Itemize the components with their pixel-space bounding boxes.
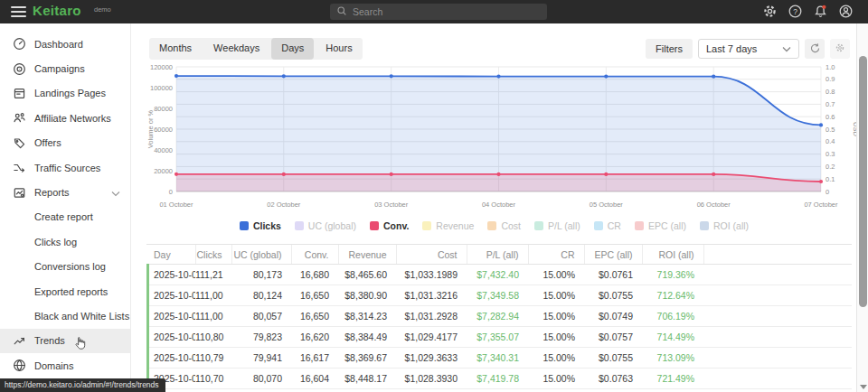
- legend-item-revenue[interactable]: Revenue: [422, 220, 474, 231]
- chart-settings-button[interactable]: [830, 39, 850, 59]
- sidebar-item-dashboard[interactable]: Dashboard: [0, 32, 130, 56]
- sidebar-item-black-and-white-lists[interactable]: Black and White Lists: [0, 303, 130, 328]
- table-cell: 79,823: [231, 327, 291, 348]
- sidebar-item-label: Exported reports: [34, 286, 108, 297]
- sidebar-item-traffic-sources[interactable]: Traffic Sources: [0, 155, 130, 180]
- legend-item-cr[interactable]: CR: [594, 220, 621, 231]
- table-cell: $1,031.3216: [396, 285, 467, 306]
- topbar: Keitaro demo ?: [0, 0, 868, 23]
- table-cell-spacer: [703, 369, 852, 389]
- account-icon[interactable]: [838, 4, 854, 19]
- table-cell: 15.00%: [528, 265, 584, 285]
- trends-table: DayClicksUC (global)Conv.RevenueCostP/L …: [146, 244, 852, 392]
- filters-button[interactable]: Filters: [646, 39, 693, 59]
- brand-logo: Keitaro: [33, 3, 81, 18]
- sidebar-item-clicks-log[interactable]: Clicks log: [0, 229, 130, 254]
- scrollbar-down-arrow-icon[interactable]: [860, 385, 867, 389]
- legend-item-epc-all[interactable]: EPC (all): [635, 220, 686, 231]
- table-cell-spacer: [703, 285, 852, 306]
- svg-text:100000: 100000: [150, 84, 173, 92]
- date-range-select[interactable]: Last 7 days: [698, 39, 799, 59]
- table-cell: 2025-10-03: [146, 306, 195, 327]
- column-header-clicks: Clicks: [195, 245, 231, 265]
- tab-days[interactable]: Days: [271, 38, 314, 60]
- vertical-scrollbar[interactable]: [856, 23, 868, 392]
- sidebar-item-label: Traffic Sources: [34, 163, 100, 173]
- table-row: 2025-10-02111,0080,12416,650$8,380.90$1,…: [146, 285, 852, 306]
- legend-swatch: [635, 221, 644, 230]
- refresh-icon: [809, 42, 821, 56]
- table-cell: 15.00%: [528, 285, 584, 306]
- table-cell: $7,432.40: [467, 265, 528, 285]
- sidebar-item-affiliate-networks[interactable]: Affiliate Networks: [0, 106, 130, 130]
- tag-icon: [12, 135, 26, 150]
- sidebar-item-offers[interactable]: Offers: [0, 131, 130, 155]
- sidebar-item-label: Affiliate Networks: [34, 113, 111, 124]
- sidebar-item-conversions-log[interactable]: Conversions log: [0, 255, 130, 279]
- reports-icon: [12, 185, 26, 200]
- sidebar-item-label: Create report: [34, 211, 93, 222]
- help-icon[interactable]: ?: [788, 4, 803, 19]
- legend-item-cost[interactable]: Cost: [487, 220, 521, 231]
- table-cell-spacer: [703, 389, 852, 392]
- table-cell: 16,650: [291, 306, 338, 327]
- sidebar-item-exported-reports[interactable]: Exported reports: [0, 279, 130, 303]
- svg-text:05 October: 05 October: [590, 201, 624, 209]
- main-content: MonthsWeekdaysDaysHours Filters Last 7 d…: [131, 23, 857, 392]
- legend-item-conv[interactable]: Conv.: [370, 220, 409, 231]
- table-cell: 16,620: [291, 327, 338, 348]
- svg-text:80000: 80000: [154, 105, 173, 113]
- svg-text:06 October: 06 October: [697, 201, 731, 209]
- target-icon: [12, 61, 26, 76]
- legend-label: UC (global): [308, 220, 356, 231]
- legend-swatch: [487, 221, 496, 230]
- table-cell: $3,889.69: [467, 389, 528, 392]
- date-range-value: Last 7 days: [706, 43, 757, 54]
- table-cell: 80,124: [231, 285, 291, 306]
- table-cell: $0.0755: [584, 285, 642, 306]
- scrollbar-thumb[interactable]: [859, 56, 867, 307]
- status-url-tooltip: https://demo.keitaro.io/admin/#!/trends/…: [0, 378, 165, 392]
- svg-text:0.4: 0.4: [826, 137, 835, 145]
- table-cell: $0.0761: [584, 265, 642, 285]
- table-cell: 714.49%: [642, 327, 703, 348]
- table-cell: 706.19%: [642, 306, 703, 327]
- svg-text:07 October: 07 October: [804, 201, 838, 209]
- svg-text:04 October: 04 October: [482, 201, 516, 209]
- hamburger-menu-icon[interactable]: [11, 6, 26, 17]
- legend-item-clicks[interactable]: Clicks: [240, 220, 281, 231]
- tab-hours[interactable]: Hours: [316, 38, 362, 60]
- tab-weekdays[interactable]: Weekdays: [203, 38, 269, 60]
- sidebar-item-reports[interactable]: Reports: [0, 180, 130, 204]
- notifications-bell-icon[interactable]: [813, 4, 828, 19]
- table-cell: 721.49%: [642, 369, 703, 389]
- pages-icon: [12, 86, 26, 100]
- svg-text:120000: 120000: [150, 63, 173, 71]
- settings-gear-icon[interactable]: [762, 4, 778, 19]
- refresh-button[interactable]: [805, 39, 825, 59]
- svg-text:60000: 60000: [154, 126, 173, 134]
- search-box[interactable]: [330, 4, 547, 20]
- table-cell: 2025-10-04: [146, 327, 195, 348]
- legend-item-uc-global[interactable]: UC (global): [295, 220, 356, 231]
- gauge-icon: [12, 37, 26, 51]
- sidebar-item-label: Dashboard: [34, 39, 83, 50]
- sidebar-item-landings-pages[interactable]: Landings Pages: [0, 81, 130, 106]
- sidebar-item-label: Black and White Lists: [34, 311, 129, 322]
- chart-legend: ClicksUC (global)Conv.RevenueCostP/L (al…: [131, 220, 857, 231]
- column-header-uc-global: UC (global): [231, 245, 291, 265]
- legend-item-roi-all[interactable]: ROI (all): [700, 220, 749, 231]
- sidebar-item-create-report[interactable]: Create report: [0, 205, 130, 229]
- sidebar-item-label: Campaigns: [34, 63, 85, 74]
- sidebar-item-trends[interactable]: Trends: [0, 329, 130, 353]
- legend-item-p-l-all[interactable]: P/L (all): [534, 220, 580, 231]
- sidebar-item-campaigns[interactable]: Campaigns: [0, 56, 130, 80]
- tab-months[interactable]: Months: [149, 38, 202, 60]
- svg-text:40000: 40000: [154, 146, 173, 154]
- chevron-down-icon: [782, 43, 791, 54]
- legend-swatch: [594, 221, 603, 230]
- table-cell: $7,419.78: [467, 369, 528, 389]
- search-input[interactable]: [353, 6, 524, 17]
- sidebar-item-domains[interactable]: Domains: [0, 353, 130, 378]
- column-header-conv: Conv.: [291, 245, 338, 265]
